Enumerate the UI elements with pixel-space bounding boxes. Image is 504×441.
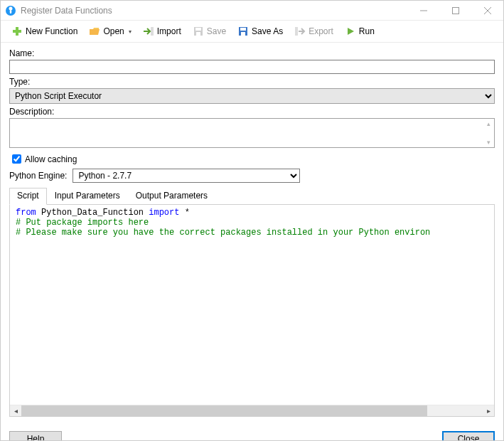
allow-caching-checkbox[interactable] bbox=[12, 154, 21, 164]
comment-line: # Put package imports here bbox=[16, 218, 149, 228]
type-select[interactable]: Python Script Executor bbox=[9, 88, 495, 104]
maximize-button[interactable] bbox=[439, 1, 471, 20]
python-engine-label: Python Engine: bbox=[9, 171, 67, 181]
save-label: Save bbox=[207, 26, 226, 36]
app-icon bbox=[5, 5, 16, 16]
window-title: Register Data Functions bbox=[21, 6, 407, 16]
open-button[interactable]: Open ▾ bbox=[84, 23, 136, 39]
save-icon bbox=[193, 26, 204, 37]
description-scrollbar[interactable]: ▴ ▾ bbox=[483, 119, 494, 147]
import-star: * bbox=[179, 208, 189, 218]
save-as-button[interactable]: Save As bbox=[232, 23, 288, 39]
name-label: Name: bbox=[9, 48, 495, 58]
help-button[interactable]: Help bbox=[9, 431, 62, 441]
run-label: Run bbox=[359, 26, 375, 36]
svg-rect-11 bbox=[195, 28, 201, 31]
folder-open-icon bbox=[89, 26, 100, 37]
scroll-right-icon: ▸ bbox=[483, 405, 494, 417]
allow-caching-label: Allow caching bbox=[25, 154, 77, 164]
scroll-down-icon: ▾ bbox=[483, 137, 494, 147]
scroll-up-icon: ▴ bbox=[483, 119, 494, 129]
svg-rect-4 bbox=[452, 7, 459, 14]
svg-rect-9 bbox=[151, 27, 154, 36]
export-arrow-icon bbox=[294, 26, 306, 37]
import-label: Import bbox=[157, 26, 181, 36]
scrollbar-thumb[interactable] bbox=[21, 405, 427, 416]
save-as-icon bbox=[237, 26, 249, 37]
svg-rect-2 bbox=[10, 10, 11, 14]
script-editor[interactable]: from Python_Data_Function import * # Put… bbox=[10, 205, 494, 405]
scroll-left-icon: ◂ bbox=[10, 405, 21, 417]
comment-line: # Please make sure you have the correct … bbox=[16, 228, 430, 238]
export-label: Export bbox=[309, 26, 333, 36]
type-label: Type: bbox=[9, 77, 495, 87]
keyword-from: from bbox=[16, 208, 36, 218]
run-button[interactable]: Run bbox=[340, 23, 380, 39]
keyword-import: import bbox=[149, 208, 179, 218]
tab-output-parameters[interactable]: Output Parameters bbox=[128, 188, 215, 205]
import-button[interactable]: Import bbox=[138, 23, 186, 39]
new-function-button[interactable]: New Function bbox=[6, 23, 82, 39]
import-arrow-icon bbox=[143, 26, 154, 37]
save-as-label: Save As bbox=[252, 26, 283, 36]
save-button[interactable]: Save bbox=[188, 23, 231, 39]
tab-script[interactable]: Script bbox=[9, 188, 47, 205]
editor-horizontal-scrollbar[interactable]: ◂ ▸ bbox=[10, 405, 494, 416]
svg-rect-16 bbox=[295, 27, 298, 36]
tabstrip: Script Input Parameters Output Parameter… bbox=[9, 187, 495, 205]
scrollbar-track[interactable] bbox=[21, 405, 483, 416]
module-name: Python_Data_Function bbox=[36, 208, 149, 218]
svg-rect-8 bbox=[13, 30, 21, 33]
description-label: Description: bbox=[9, 107, 495, 117]
svg-rect-14 bbox=[240, 28, 246, 31]
svg-rect-12 bbox=[196, 32, 200, 36]
plus-icon bbox=[11, 26, 23, 37]
name-input[interactable] bbox=[9, 60, 495, 74]
python-engine-select[interactable]: Python - 2.7.7 bbox=[73, 169, 300, 183]
new-function-label: New Function bbox=[26, 26, 77, 36]
play-icon bbox=[345, 26, 356, 37]
description-input[interactable] bbox=[10, 119, 483, 147]
minimize-button[interactable] bbox=[407, 1, 439, 20]
svg-point-1 bbox=[9, 6, 13, 10]
svg-rect-15 bbox=[241, 32, 245, 36]
toolbar: New Function Open ▾ Import Save Save As … bbox=[1, 21, 503, 43]
tab-input-parameters[interactable]: Input Parameters bbox=[47, 188, 128, 205]
export-button[interactable]: Export bbox=[289, 23, 338, 39]
close-window-button[interactable] bbox=[471, 1, 503, 20]
close-button[interactable]: Close bbox=[442, 431, 495, 441]
dropdown-arrow-icon: ▾ bbox=[129, 28, 132, 35]
open-label: Open bbox=[103, 26, 124, 36]
